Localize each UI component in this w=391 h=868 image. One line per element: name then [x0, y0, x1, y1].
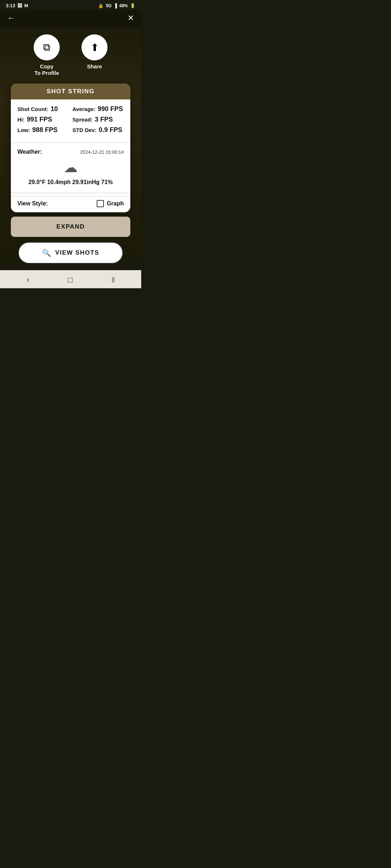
- shot-count-value: 10: [51, 105, 58, 113]
- copy-label: Copy To Profile: [34, 63, 59, 76]
- share-button[interactable]: ⬆ Share: [81, 34, 108, 76]
- hi-item: Hi: 991 FPS: [17, 116, 69, 123]
- shot-count-item: Shot Count: 10: [17, 105, 69, 113]
- shot-count-label: Shot Count:: [17, 106, 49, 113]
- battery-icon: 🔋: [130, 3, 135, 8]
- weather-section: Weather: 2024-12-21 15:00:14 ☁ 29.0°F 10…: [11, 146, 130, 190]
- card-title: SHOT STRING: [47, 88, 95, 95]
- copy-to-profile-button[interactable]: ⧉ Copy To Profile: [34, 34, 60, 76]
- back-button[interactable]: ←: [7, 13, 15, 23]
- status-bar: 3:13 🖼 M 🔒 5G ▐ 48% 🔋: [0, 0, 141, 10]
- bottom-menu-button[interactable]: ⦀: [112, 275, 115, 285]
- cloud-icon: ☁: [64, 159, 77, 175]
- weather-data: 29.0°F 10.4mph 29.91inHg 71%: [17, 179, 124, 186]
- network-type: 5G: [106, 3, 112, 8]
- spread-item: Spread: 3 FPS: [72, 116, 124, 123]
- average-value: 990 FPS: [98, 105, 123, 113]
- time: 3:13: [6, 3, 15, 8]
- graph-checkbox[interactable]: [97, 200, 104, 207]
- stats-grid: Shot Count: 10 Average: 990 FPS Hi: 991: [17, 105, 124, 134]
- weather-datetime: 2024-12-21 15:00:14: [80, 149, 124, 155]
- share-label: Share: [87, 63, 102, 70]
- expand-button[interactable]: EXPAND: [11, 217, 130, 237]
- spread-value: 3 FPS: [95, 116, 113, 123]
- close-button[interactable]: ✕: [127, 13, 134, 23]
- copy-icon-circle: ⧉: [34, 34, 60, 60]
- low-item: Low: 988 FPS: [17, 126, 69, 134]
- bottom-back-button[interactable]: ‹: [26, 275, 29, 285]
- battery-pct: 48%: [119, 3, 128, 8]
- share-icon-circle: ⬆: [81, 34, 108, 60]
- stddev-value: 0.9 FPS: [99, 126, 122, 134]
- weather-divider: [11, 193, 130, 193]
- weather-label: Weather:: [17, 149, 42, 155]
- bottom-home-button[interactable]: □: [68, 275, 73, 285]
- card-header: SHOT STRING: [11, 84, 130, 99]
- lock-icon: 🔒: [98, 3, 104, 8]
- stats-section: Shot Count: 10 Average: 990 FPS Hi: 991: [11, 99, 130, 140]
- copy-icon: ⧉: [43, 42, 50, 54]
- hi-value: 991 FPS: [27, 116, 52, 123]
- signal-icon: ▐: [114, 3, 117, 8]
- nav-bar: ← ✕: [0, 10, 141, 27]
- action-buttons: ⧉ Copy To Profile ⬆ Share: [7, 31, 134, 84]
- search-icon: 🔍: [42, 248, 52, 257]
- hi-label: Hi:: [17, 116, 25, 123]
- graph-label: Graph: [107, 200, 124, 207]
- bottom-nav: ‹ □ ⦀: [0, 270, 141, 288]
- mail-icon: M: [24, 3, 28, 8]
- stddev-label: STD Dev:: [72, 127, 97, 134]
- view-shots-button[interactable]: 🔍 VIEW SHOTS: [18, 242, 123, 264]
- low-label: Low:: [17, 127, 30, 134]
- share-icon: ⬆: [91, 42, 99, 54]
- average-label: Average:: [72, 106, 96, 113]
- view-style-section: View Style: Graph: [11, 196, 130, 212]
- graph-toggle[interactable]: Graph: [97, 200, 124, 207]
- content-area: ⧉ Copy To Profile ⬆ Share SHOT STRING: [0, 27, 141, 264]
- photo-icon: 🖼: [17, 3, 22, 8]
- shot-string-card: SHOT STRING Shot Count: 10 Average: 990 …: [11, 84, 130, 212]
- status-left: 3:13 🖼 M: [6, 3, 28, 8]
- average-item: Average: 990 FPS: [72, 105, 124, 113]
- stats-divider: [11, 142, 130, 143]
- status-right: 🔒 5G ▐ 48% 🔋: [98, 3, 135, 8]
- spread-label: Spread:: [72, 116, 93, 123]
- low-value: 988 FPS: [32, 126, 58, 134]
- view-shots-label: VIEW SHOTS: [55, 249, 99, 256]
- view-style-label: View Style:: [17, 200, 48, 207]
- stddev-item: STD Dev: 0.9 FPS: [72, 126, 124, 134]
